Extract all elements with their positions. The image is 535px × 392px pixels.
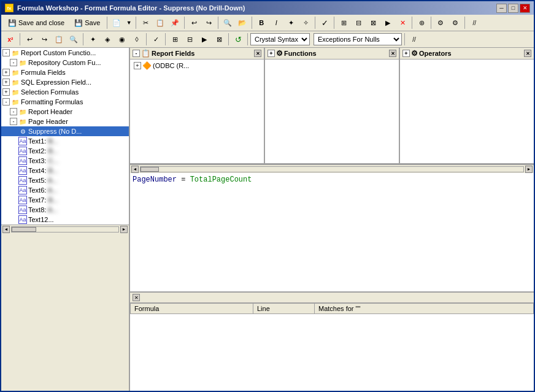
- find2-button[interactable]: 🔍: [67, 33, 80, 46]
- tree-item-report-custom[interactable]: - 📁 Report Custom Functio...: [1, 48, 129, 58]
- fields-scroll-left[interactable]: ◄: [131, 166, 139, 173]
- scroll-left-btn[interactable]: ◄: [2, 226, 10, 233]
- tree-label-report-custom: Report Custom Functio...: [21, 49, 96, 56]
- tree-item-page-header[interactable]: - 📁 Page Header: [1, 117, 129, 126]
- tool1[interactable]: ⊞: [337, 16, 350, 29]
- tree-panel: - 📁 Report Custom Functio... - 📁 Reposit…: [1, 48, 130, 225]
- tool10[interactable]: ▶: [198, 33, 211, 46]
- expand-report-fields[interactable]: -: [133, 50, 140, 57]
- select2-btn[interactable]: ◉: [115, 33, 129, 46]
- select-btn[interactable]: ◈: [101, 33, 114, 46]
- scroll-track-left[interactable]: [11, 226, 119, 233]
- tool3[interactable]: ⊠: [366, 16, 380, 29]
- window-icon: fx: [5, 4, 13, 12]
- browse-button[interactable]: 📂: [236, 16, 249, 29]
- tool11[interactable]: ⊠: [212, 33, 226, 46]
- expand-icon-report-custom[interactable]: -: [2, 49, 10, 56]
- bottom-close-btn[interactable]: ✕: [133, 294, 140, 301]
- expand-operators[interactable]: +: [402, 50, 410, 57]
- highlight2-button[interactable]: ✧: [299, 16, 312, 29]
- paste-button[interactable]: 📌: [168, 16, 182, 29]
- highlight-button[interactable]: ✦: [284, 16, 298, 29]
- fields-scroll-thumb[interactable]: [140, 167, 159, 172]
- tree-item-repository-custom[interactable]: - 📁 Repository Custom Fu...: [1, 58, 129, 67]
- tree-item-report-header[interactable]: - 📁 Report Header: [1, 107, 129, 117]
- save-button[interactable]: 💾 Save: [70, 16, 104, 29]
- expand-icon-formula-fields[interactable]: +: [2, 69, 10, 76]
- expand-icon-repository-custom[interactable]: -: [10, 59, 17, 66]
- tree-item-text1[interactable]: Aa Text1: B...: [1, 136, 129, 146]
- tree-item-selection-formulas[interactable]: + 📁 Selection Formulas: [1, 87, 129, 97]
- tree-item-text7[interactable]: Aa Text7: B...: [1, 195, 129, 205]
- tree-item-text6[interactable]: Aa Text6: A...: [1, 185, 129, 195]
- scroll-thumb-left[interactable]: [12, 227, 36, 232]
- folder-icon-sql-expression: 📁: [11, 78, 20, 86]
- tool9[interactable]: ⊟: [183, 33, 196, 46]
- comment2-btn[interactable]: //: [407, 33, 421, 46]
- tool5[interactable]: ⊛: [415, 16, 428, 29]
- tool6[interactable]: ⚙: [434, 16, 447, 29]
- tree-item-formula-fields[interactable]: + 📁 Formula Fields: [1, 67, 129, 77]
- check-button[interactable]: ✓: [318, 16, 331, 29]
- expand-icon-page-header[interactable]: -: [10, 118, 17, 125]
- stop-button[interactable]: ✕: [396, 16, 409, 29]
- refresh-btn[interactable]: ↺: [231, 33, 245, 46]
- formula-editor[interactable]: PageNumber = TotalPageCount: [130, 173, 534, 293]
- tree-item-sql-expression[interactable]: + 📁 SQL Expression Field...: [1, 77, 129, 87]
- separator-4: [218, 17, 218, 29]
- save-close-button[interactable]: 💾 Save and close: [4, 16, 69, 29]
- bold-button[interactable]: B: [255, 16, 268, 29]
- col-formula: Formula: [131, 304, 253, 314]
- tree-item-text5[interactable]: Aa Text5: A...: [1, 175, 129, 185]
- tool4[interactable]: ▶: [381, 16, 395, 29]
- tool8[interactable]: ⊞: [168, 33, 182, 46]
- undo2-button[interactable]: ↩: [23, 33, 36, 46]
- italic-button[interactable]: I: [269, 16, 283, 29]
- tree-item-text4[interactable]: Aa Text4: B...: [1, 166, 129, 175]
- redo-button[interactable]: ↪: [202, 16, 215, 29]
- redo2-button[interactable]: ↪: [37, 33, 51, 46]
- dropdown-btn[interactable]: ▼: [125, 16, 133, 29]
- find-button[interactable]: 🔍: [221, 16, 234, 29]
- expand-icon-formatting-formulas[interactable]: -: [2, 98, 10, 106]
- copy-button[interactable]: 📋: [153, 16, 167, 29]
- fields-scroll-track[interactable]: [140, 166, 524, 172]
- report-fields-panel: - 📋 Report Fields ✕ + 🔶 (ODBC (R...: [130, 48, 265, 163]
- tree-item-formatting-formulas[interactable]: - 📁 Formatting Formulas: [1, 97, 129, 107]
- cut-button[interactable]: ✂: [139, 16, 152, 29]
- nulls-dropdown[interactable]: Exceptions For Nulls Default Values For …: [314, 33, 402, 45]
- bold2-button[interactable]: ✦: [86, 33, 99, 46]
- tree-item-suppress[interactable]: ⚙ Suppress (No D...: [1, 126, 129, 136]
- expand-icon-report-header[interactable]: -: [10, 108, 17, 115]
- expand-icon-selection-formulas[interactable]: +: [2, 88, 10, 96]
- expand-odbc[interactable]: +: [134, 62, 141, 69]
- expand-icon-sql-expression[interactable]: +: [2, 79, 10, 86]
- formula-close-btn[interactable]: x²: [4, 33, 17, 46]
- tool2[interactable]: ⊟: [352, 16, 365, 29]
- fields-scroll-right[interactable]: ►: [525, 166, 533, 173]
- minimize-button[interactable]: ─: [496, 4, 507, 13]
- tree-label-text3: Text3: C...: [28, 157, 59, 164]
- tree-label-page-header: Page Header: [28, 118, 68, 125]
- undo-button[interactable]: ↩: [187, 16, 201, 29]
- functions-close[interactable]: ✕: [389, 50, 396, 57]
- comment-btn[interactable]: //: [468, 16, 481, 29]
- check2-button[interactable]: ✓: [149, 33, 163, 46]
- syntax-dropdown[interactable]: Crystal Syntax Basic Syntax: [250, 33, 310, 45]
- expand-functions[interactable]: +: [268, 50, 275, 57]
- browse2-button[interactable]: 📋: [52, 33, 66, 46]
- maximize-button[interactable]: □: [508, 4, 518, 13]
- tree-item-text2[interactable]: Aa Text2: B...: [1, 146, 129, 156]
- tool7[interactable]: ⚙: [448, 16, 462, 29]
- operators-close[interactable]: ✕: [524, 50, 531, 57]
- close-button[interactable]: ✕: [520, 4, 530, 13]
- scroll-right-btn[interactable]: ►: [120, 226, 128, 233]
- select3-btn[interactable]: ◊: [130, 33, 144, 46]
- report-fields-close[interactable]: ✕: [254, 50, 261, 57]
- new-button[interactable]: 📄: [110, 16, 123, 29]
- window-controls: ─ □ ✕: [496, 4, 530, 13]
- tree-item-text8[interactable]: Aa Text8: A...: [1, 205, 129, 215]
- tree-item-text3[interactable]: Aa Text3: C...: [1, 156, 129, 166]
- report-fields-item-expand[interactable]: + 🔶 (ODBC (R...: [133, 61, 261, 71]
- tree-item-text12[interactable]: Aa Text12...: [1, 215, 129, 225]
